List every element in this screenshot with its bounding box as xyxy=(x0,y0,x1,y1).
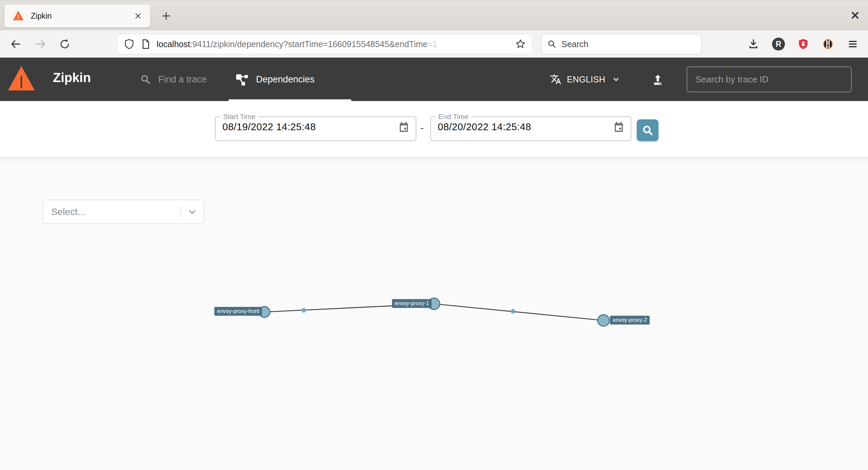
end-time-value[interactable]: 08/20/2022 14:25:48 xyxy=(438,121,531,133)
graph-node-label[interactable]: envoy-proxy-1 xyxy=(392,299,432,308)
extension-r-badge: R xyxy=(772,38,785,51)
privacy-badger-icon[interactable] xyxy=(820,36,836,53)
end-calendar-icon[interactable] xyxy=(613,121,625,133)
start-calendar-icon[interactable] xyxy=(398,121,410,133)
zipkin-favicon xyxy=(13,10,24,22)
search-icon xyxy=(642,124,654,136)
dependencies-graph-icon xyxy=(236,73,249,86)
extension-shield-lock-icon[interactable] xyxy=(795,36,812,53)
find-trace-search-icon xyxy=(140,74,151,85)
upload-icon xyxy=(651,73,665,87)
url-bar[interactable]: localhost:9411/zipkin/dependency?startTi… xyxy=(117,34,533,54)
end-time-field[interactable]: End Time 08/20/2022 14:25:48 xyxy=(430,113,631,141)
start-time-field[interactable]: Start Time 08/19/2022 14:25:48 xyxy=(215,113,416,141)
browser-tab-zipkin[interactable]: Zipkin xyxy=(4,4,150,27)
browser-search-box[interactable]: Search xyxy=(541,34,702,54)
tab-close-icon[interactable] xyxy=(131,9,145,23)
chevron-down-icon xyxy=(612,75,620,83)
time-filter-bar: Start Time 08/19/2022 14:25:48 - End Tim… xyxy=(0,101,868,157)
language-selector[interactable]: ENGLISH xyxy=(550,58,620,101)
reload-icon[interactable] xyxy=(56,36,73,53)
graph-node-label[interactable]: envoy-proxy-front xyxy=(214,307,262,316)
start-time-value[interactable]: 08/19/2022 14:25:48 xyxy=(222,121,316,133)
bookmark-star-icon[interactable] xyxy=(515,38,526,50)
translate-icon xyxy=(550,74,561,85)
time-range-separator: - xyxy=(420,122,424,134)
browser-toolbar: localhost:9411/zipkin/dependency?startTi… xyxy=(0,30,868,58)
graph-node-envoy-proxy-2[interactable] xyxy=(598,315,609,326)
page-info-icon[interactable] xyxy=(140,38,151,50)
nav-find-a-trace[interactable]: Find a trace xyxy=(140,58,207,101)
browser-tab-bar: Zipkin xyxy=(0,0,868,30)
url-host: localhost xyxy=(157,39,190,49)
start-time-label: Start Time xyxy=(220,113,258,121)
graph-node-label[interactable]: envoy-proxy-2 xyxy=(610,316,650,325)
dependencies-search-button[interactable] xyxy=(637,119,658,141)
window-close-icon[interactable] xyxy=(847,7,863,23)
extension-r-icon[interactable]: R xyxy=(770,36,787,53)
graph-traffic-dot xyxy=(511,309,515,314)
new-tab-button[interactable] xyxy=(158,8,174,24)
back-icon[interactable] xyxy=(7,36,24,53)
nav-find-a-trace-label: Find a trace xyxy=(158,74,207,85)
search-icon xyxy=(547,39,557,49)
zipkin-header: Zipkin Find a trace Dependencies EN xyxy=(0,58,868,101)
end-time-label: End Time xyxy=(436,113,471,121)
downloads-icon[interactable] xyxy=(745,36,762,53)
zipkin-brand-title[interactable]: Zipkin xyxy=(53,71,91,85)
trace-id-search-input[interactable] xyxy=(687,66,852,92)
menu-hamburger-icon[interactable] xyxy=(844,36,861,53)
dependencies-page-body: Select... envoy-proxy-front envoy-proxy-… xyxy=(0,157,868,470)
forward-icon[interactable] xyxy=(32,36,49,53)
browser-window: Zipkin loc xyxy=(0,0,868,470)
nav-dependencies[interactable]: Dependencies xyxy=(236,58,315,101)
graph-traffic-dot xyxy=(301,308,306,313)
upload-trace-button[interactable] xyxy=(648,71,667,90)
url-text: localhost:9411/zipkin/dependency?startTi… xyxy=(157,39,515,49)
tracking-shield-icon[interactable] xyxy=(123,38,135,50)
tab-title: Zipkin xyxy=(31,12,131,21)
language-label: ENGLISH xyxy=(567,75,605,84)
browser-search-placeholder: Search xyxy=(561,39,588,49)
nav-dependencies-label: Dependencies xyxy=(256,74,315,85)
dependency-graph xyxy=(0,157,868,470)
url-path: :9411/zipkin/dependency?startTime=166091… xyxy=(190,39,428,49)
zipkin-logo[interactable] xyxy=(7,63,35,96)
url-path-faded: =1 xyxy=(428,39,437,49)
graph-edge xyxy=(434,304,604,320)
